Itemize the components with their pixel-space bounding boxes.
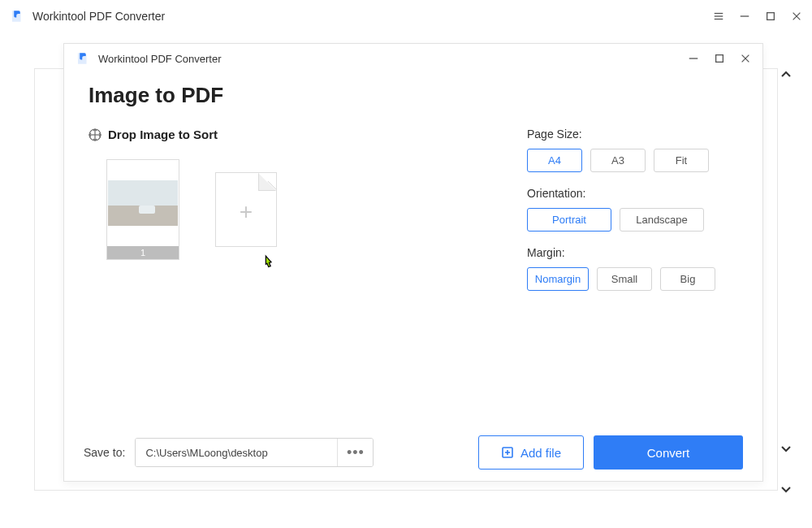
add-file-plus-icon — [501, 446, 514, 459]
chevron-down-icon — [780, 483, 793, 496]
add-image-card[interactable]: + — [215, 172, 277, 247]
margin-label: Margin: — [527, 246, 738, 259]
convert-label: Convert — [647, 446, 690, 460]
background-expand-2[interactable] — [768, 471, 804, 507]
background-collapse[interactable] — [768, 57, 804, 93]
convert-button[interactable]: Convert — [594, 435, 743, 470]
page-size-option-fit[interactable]: Fit — [654, 149, 709, 172]
app-logo-icon — [10, 9, 24, 24]
save-path-wrap: ••• — [135, 438, 374, 467]
add-file-label: Add file — [520, 446, 561, 460]
save-path-input[interactable] — [136, 439, 337, 466]
dialog-maximize-icon[interactable] — [714, 53, 725, 64]
dialog-minimize-icon[interactable] — [688, 53, 699, 64]
orientation-group: Orientation: Portrait Landscape — [527, 187, 738, 232]
svg-rect-4 — [767, 13, 775, 20]
margin-option-small[interactable]: Small — [597, 267, 652, 291]
image-thumbnail[interactable]: 1 — [106, 159, 179, 260]
thumbnail-index: 1 — [107, 246, 179, 259]
orientation-label: Orientation: — [527, 187, 738, 200]
orientation-option-landscape[interactable]: Landscape — [620, 208, 704, 232]
drop-label: Drop Image to Sort — [89, 128, 527, 141]
page-size-group: Page Size: A4 A3 Fit — [527, 128, 738, 172]
plus-icon: + — [240, 199, 253, 225]
drop-label-text: Drop Image to Sort — [108, 128, 218, 141]
dialog-logo-icon — [76, 51, 90, 66]
image-to-pdf-dialog: Workintool PDF Converter Image to PDF Dr… — [63, 43, 763, 482]
orientation-option-portrait[interactable]: Portrait — [527, 208, 611, 232]
save-to-label: Save to: — [84, 446, 125, 459]
outer-window-title: Workintool PDF Converter — [32, 10, 165, 23]
margin-group: Margin: Nomargin Small Big — [527, 246, 738, 291]
image-drop-area[interactable]: Drop Image to Sort 1 + — [89, 128, 527, 305]
margin-option-nomargin[interactable]: Nomargin — [527, 267, 589, 291]
chevron-up-icon — [780, 68, 793, 81]
page-title: Image to PDF — [89, 83, 738, 108]
outer-titlebar: Workintool PDF Converter — [0, 0, 812, 32]
dialog-titlebar: Workintool PDF Converter — [64, 44, 762, 73]
dialog-title: Workintool PDF Converter — [98, 53, 221, 65]
cursor-icon — [259, 252, 275, 270]
svg-rect-8 — [716, 55, 723, 63]
chevron-down-icon — [780, 442, 793, 455]
thumbnail-preview — [107, 160, 179, 246]
page-size-label: Page Size: — [527, 128, 738, 141]
page-size-option-a4[interactable]: A4 — [527, 149, 582, 172]
page-size-option-a3[interactable]: A3 — [590, 149, 646, 172]
margin-option-big[interactable]: Big — [660, 267, 715, 291]
dialog-window-controls — [688, 53, 751, 64]
settings-panel: Page Size: A4 A3 Fit Orientation: Portra… — [527, 128, 738, 305]
dialog-footer: Save to: ••• Add file Convert — [84, 435, 743, 470]
outer-minimize-icon[interactable] — [739, 11, 750, 22]
add-file-button[interactable]: Add file — [478, 435, 584, 470]
save-path-more-button[interactable]: ••• — [337, 439, 373, 466]
dialog-close-icon[interactable] — [740, 53, 751, 64]
outer-close-icon[interactable] — [791, 11, 802, 22]
outer-menu-icon[interactable] — [713, 11, 724, 22]
move-icon — [89, 128, 102, 141]
outer-maximize-icon[interactable] — [765, 11, 776, 22]
background-expand-1[interactable] — [768, 431, 804, 466]
outer-window-controls — [713, 11, 802, 22]
